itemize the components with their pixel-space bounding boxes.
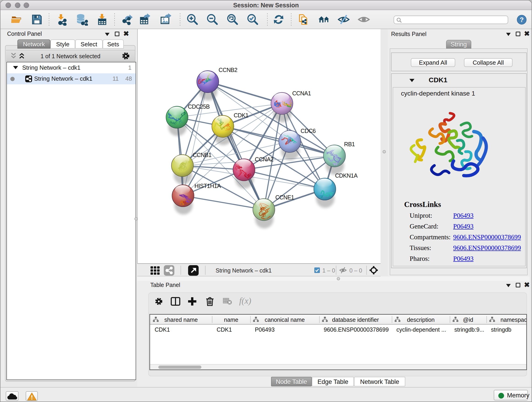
export-network-icon[interactable] <box>122 13 134 26</box>
hide-selected-icon[interactable] <box>337 13 350 26</box>
float-panel-icon[interactable] <box>506 33 511 36</box>
float-panel-icon[interactable] <box>105 33 109 36</box>
gene-section-expander-icon[interactable] <box>409 79 414 82</box>
search-field[interactable] <box>394 16 508 24</box>
column-header-database-identifier[interactable]: database identifier <box>319 315 392 325</box>
gene-details: cyclin-dependent kinase 1 <box>393 87 526 266</box>
share-view-icon[interactable] <box>164 265 174 276</box>
add-column-icon[interactable] <box>188 297 196 306</box>
collapse-all-button[interactable]: Collapse All <box>464 58 513 67</box>
column-header-name[interactable]: name <box>212 315 250 325</box>
import-network-database-icon[interactable] <box>76 13 88 26</box>
crosslink-genecard[interactable]: P06493 <box>453 223 474 230</box>
table-cell[interactable]: CDK1 <box>155 326 170 333</box>
search-input[interactable] <box>403 17 504 23</box>
export-table-icon[interactable] <box>139 13 152 26</box>
selected-checkbox[interactable] <box>314 268 320 273</box>
table-cell[interactable]: stringdb <box>491 326 511 333</box>
open-file-icon[interactable] <box>11 13 23 26</box>
node-label-RB1: RB1 <box>344 141 355 147</box>
zoom-out-icon[interactable] <box>206 13 218 26</box>
crosslink-label: GeneCard: <box>410 223 438 230</box>
horizontal-splitter-handle[interactable] <box>337 277 340 280</box>
float-panel-icon[interactable] <box>506 284 511 287</box>
close-panel-icon[interactable]: ✖ <box>123 32 129 36</box>
delete-table-icon[interactable] <box>223 298 232 305</box>
network-tree: String Network – cdk1 1 <box>6 62 136 380</box>
maximize-panel-icon[interactable] <box>516 283 520 287</box>
zoom-selected-icon[interactable] <box>246 13 259 26</box>
split-view-icon[interactable] <box>171 297 180 306</box>
gene-results-section: CDK1 cyclin-dependent kinase 1 <box>391 73 527 268</box>
network-collection-row[interactable]: String Network – cdk1 1 <box>7 62 136 73</box>
tab-style[interactable]: Style <box>51 39 75 49</box>
cloud-button[interactable] <box>6 391 19 401</box>
network-row-selected[interactable]: String Network – cdk1 11 48 <box>7 73 136 84</box>
crosslink-pharos[interactable]: P06493 <box>453 255 474 262</box>
tab-network[interactable]: Network <box>17 39 51 49</box>
table-cell[interactable]: CDK1 <box>216 326 232 333</box>
application-window: Session: New Session <box>0 0 532 402</box>
crosslink-label: Tissues: <box>410 244 431 252</box>
network-view-canvas[interactable]: CCNB2CCNA1CDC25BCDK1CDC6RB1CCNB1CCNA2CDK… <box>137 29 380 263</box>
import-network-file-icon[interactable] <box>56 13 68 26</box>
delete-column-icon[interactable] <box>206 297 214 306</box>
warning-button[interactable] <box>26 391 38 401</box>
close-panel-icon[interactable]: ✖ <box>524 283 530 287</box>
function-builder-icon[interactable]: f(x) <box>239 296 251 306</box>
tab-sets[interactable]: Sets <box>103 39 124 49</box>
column-header--id[interactable]: @id <box>450 315 486 325</box>
node-label-CDC25B: CDC25B <box>188 103 210 110</box>
table-cell[interactable]: cyclin-dependent ... <box>396 326 446 333</box>
left-splitter-handle[interactable] <box>134 217 138 220</box>
crosslink-tissues[interactable]: 9606.ENSP00000378699 <box>453 244 521 252</box>
export-image-icon[interactable] <box>160 13 172 26</box>
scrollbar-thumb[interactable] <box>158 366 201 369</box>
network-edge-count: 48 <box>125 75 132 82</box>
table-settings-icon[interactable] <box>155 298 163 305</box>
tab-string[interactable]: String <box>446 40 471 49</box>
save-session-icon[interactable] <box>31 13 43 26</box>
memory-button[interactable]: Memory <box>494 390 528 400</box>
crosslink-uniprot[interactable]: P06493 <box>453 212 474 219</box>
toolbar-separator <box>336 266 336 275</box>
help-icon[interactable]: ? <box>517 15 529 27</box>
table-cell[interactable]: P06493 <box>255 326 274 333</box>
column-header-shared-name[interactable]: shared name <box>150 315 212 325</box>
expand-all-button[interactable]: Expand All <box>411 58 455 67</box>
crosslink-label: Uniprot: <box>410 212 432 219</box>
column-header-description[interactable]: description <box>392 315 450 325</box>
first-neighbors-icon[interactable] <box>318 13 330 26</box>
horizontal-scrollbar[interactable] <box>150 364 526 370</box>
table-cell[interactable]: stringdb:9... <box>454 326 484 333</box>
close-panel-icon[interactable]: ✖ <box>524 32 530 36</box>
tab-select[interactable]: Select <box>75 39 103 49</box>
birds-eye-icon[interactable] <box>369 266 378 274</box>
network-options-gear-icon[interactable] <box>122 52 130 60</box>
grid-view-icon[interactable] <box>150 265 160 275</box>
tab-edge-table[interactable]: Edge Table <box>312 377 354 386</box>
open-in-window-icon[interactable] <box>188 265 199 276</box>
zoom-in-icon[interactable] <box>186 13 198 26</box>
show-all-icon[interactable] <box>358 13 370 26</box>
maximize-panel-icon[interactable] <box>516 32 520 36</box>
column-header-canonical-name[interactable]: canonical name <box>250 315 319 325</box>
import-table-icon[interactable] <box>96 13 108 26</box>
network-view-toolbar: String Network – cdk1 1 – 0 0 – 0 <box>137 263 380 276</box>
refresh-icon[interactable] <box>272 13 285 26</box>
zoom-fit-icon[interactable] <box>226 13 239 26</box>
clone-network-icon[interactable] <box>298 13 310 26</box>
string-results-container: Expand All Collapse All CDK1 cyclin-depe… <box>390 48 528 275</box>
tab-network-table[interactable]: Network Table <box>354 377 405 386</box>
toolbar-separator <box>291 13 291 26</box>
maximize-panel-icon[interactable] <box>115 32 119 36</box>
column-header-namespace[interactable]: namespace <box>486 315 527 325</box>
tab-node-table[interactable]: Node Table <box>271 377 312 386</box>
horizontal-splitter[interactable] <box>137 276 530 281</box>
table-cell[interactable]: 9606.ENSP00000378699 <box>324 326 389 333</box>
main-toolbar: ? <box>0 10 532 29</box>
collection-expander-icon[interactable] <box>13 66 18 69</box>
right-splitter-handle[interactable] <box>383 150 386 153</box>
crosslink-compartments[interactable]: 9606.ENSP00000378699 <box>453 233 521 241</box>
crosslink-label: Pharos: <box>410 255 430 262</box>
